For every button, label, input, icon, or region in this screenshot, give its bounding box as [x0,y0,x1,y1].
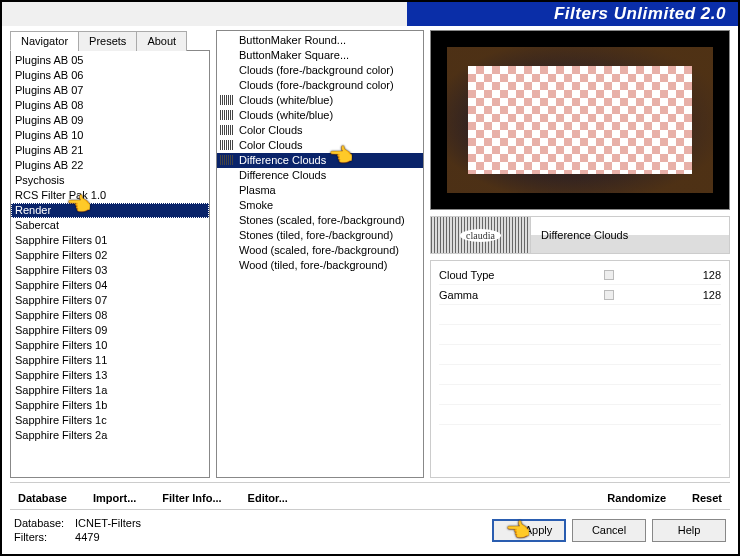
navigator-item[interactable]: Plugins AB 09 [11,113,209,128]
navigator-item[interactable]: Plugins AB 22 [11,158,209,173]
filter-item[interactable]: Smoke [217,198,423,213]
navigator-item[interactable]: Sapphire Filters 1b [11,398,209,413]
navigator-item[interactable]: Sapphire Filters 10 [11,338,209,353]
navigator-item[interactable]: Sapphire Filters 01 [11,233,209,248]
navigator-item[interactable]: RCS Filter Pak 1.0 [11,188,209,203]
filter-item-label: Difference Clouds [239,154,326,166]
upper-panels: Navigator Presets About Plugins AB 05Plu… [10,30,730,478]
slider-thumb[interactable] [604,290,614,300]
filter-item-label: Wood (scaled, fore-/background) [239,244,399,256]
filter-item-label: ButtonMaker Square... [239,49,349,61]
author-logo: claudia [431,217,531,253]
filter-item[interactable]: Difference Clouds [217,168,423,183]
filter-item[interactable]: Difference Clouds👉 [217,153,423,168]
navigator-item[interactable]: Sapphire Filters 11 [11,353,209,368]
filter-item-label: ButtonMaker Round... [239,34,346,46]
filter-item[interactable]: Stones (tiled, fore-/background) [217,228,423,243]
cancel-button[interactable]: Cancel [572,519,646,542]
preview-frame [447,47,713,193]
help-button[interactable]: Help [652,519,726,542]
filter-gradient-icon [220,140,234,150]
database-button[interactable]: Database [14,489,71,507]
footer-info: Database: ICNET-Filters Filters: 4479 [14,516,141,544]
database-label: Database: [14,516,72,530]
navigator-item[interactable]: Sapphire Filters 1c [11,413,209,428]
filter-item-label: Color Clouds [239,124,303,136]
filter-item[interactable]: Color Clouds [217,138,423,153]
navigator-item[interactable]: Sapphire Filters 02 [11,248,209,263]
navigator-item[interactable]: Sapphire Filters 2a [11,428,209,443]
navigator-panel: Navigator Presets About Plugins AB 05Plu… [10,30,210,478]
filter-item-label: Clouds (fore-/background color) [239,64,394,76]
navigator-item[interactable]: Sapphire Filters 09 [11,323,209,338]
navigator-item[interactable]: Plugins AB 06 [11,68,209,83]
param-slider[interactable] [529,288,689,302]
preview-checker [468,66,691,174]
navigator-item[interactable]: Render👉 [11,203,209,218]
tab-about[interactable]: About [136,31,187,51]
reset-button[interactable]: Reset [688,489,726,507]
navigator-item[interactable]: Sapphire Filters 08 [11,308,209,323]
filter-item[interactable]: Clouds (white/blue) [217,108,423,123]
navigator-item[interactable]: Plugins AB 05 [11,53,209,68]
navigator-item[interactable]: Sabercat [11,218,209,233]
filter-item[interactable]: Plasma [217,183,423,198]
filter-item-label: Smoke [239,199,273,211]
app-window: Filters Unlimited 2.0 Navigator Presets … [0,0,740,556]
filter-item-label: Clouds (fore-/background color) [239,79,394,91]
filters-count-label: Filters: [14,530,72,544]
tab-navigator[interactable]: Navigator [10,31,79,51]
randomize-button[interactable]: Randomize [603,489,670,507]
filter-item-label: Wood (tiled, fore-/background) [239,259,387,271]
preview-image [430,30,730,210]
filter-item-label: Stones (scaled, fore-/background) [239,214,405,226]
author-logo-text: claudia [460,229,501,242]
navigator-item[interactable]: Plugins AB 07 [11,83,209,98]
filter-item[interactable]: Wood (scaled, fore-/background) [217,243,423,258]
filter-item[interactable]: Color Clouds [217,123,423,138]
filter-item[interactable]: Clouds (white/blue) [217,93,423,108]
navigator-list[interactable]: Plugins AB 05Plugins AB 06Plugins AB 07P… [10,50,210,478]
filter-item[interactable]: Clouds (fore-/background color) [217,63,423,78]
import-button[interactable]: Import... [89,489,140,507]
titlebar: Filters Unlimited 2.0 [2,2,738,26]
filter-item[interactable]: ButtonMaker Round... [217,33,423,48]
param-row-empty [439,345,721,365]
filter-gradient-icon [220,155,234,165]
filter-item[interactable]: Stones (scaled, fore-/background) [217,213,423,228]
param-row-empty [439,385,721,405]
navigator-item[interactable]: Plugins AB 08 [11,98,209,113]
navigator-item[interactable]: Sapphire Filters 07 [11,293,209,308]
apply-button[interactable]: 👉 Apply [492,519,566,542]
param-value: 128 [689,289,721,301]
param-slider[interactable] [529,268,689,282]
editor-button[interactable]: Editor... [244,489,292,507]
filter-item[interactable]: Wood (tiled, fore-/background) [217,258,423,273]
navigator-item[interactable]: Plugins AB 10 [11,128,209,143]
navigator-item[interactable]: Sapphire Filters 03 [11,263,209,278]
navigator-item[interactable]: Sapphire Filters 04 [11,278,209,293]
filter-item[interactable]: Clouds (fore-/background color) [217,78,423,93]
param-row-empty [439,325,721,345]
selected-filter-name: Difference Clouds [531,217,729,253]
param-row-empty [439,405,721,425]
filters-count-value: 4479 [75,531,99,543]
navigator-item[interactable]: Plugins AB 21 [11,143,209,158]
param-row: Gamma128 [439,285,721,305]
filter-item-label: Clouds (white/blue) [239,94,333,106]
app-title: Filters Unlimited 2.0 [554,4,726,24]
tab-presets[interactable]: Presets [78,31,137,51]
content-area: Navigator Presets About Plugins AB 05Plu… [2,26,738,554]
database-value: ICNET-Filters [75,517,141,529]
navigator-item[interactable]: Sapphire Filters 1a [11,383,209,398]
slider-thumb[interactable] [604,270,614,280]
filter-gradient-icon [220,95,234,105]
command-row: Database Import... Filter Info... Editor… [10,482,730,509]
filter-gradient-icon [220,110,234,120]
filter-item[interactable]: ButtonMaker Square... [217,48,423,63]
filter-list[interactable]: ButtonMaker Round...ButtonMaker Square..… [216,30,424,478]
filter-info-button[interactable]: Filter Info... [158,489,225,507]
navigator-item[interactable]: Sapphire Filters 13 [11,368,209,383]
filter-item-label: Stones (tiled, fore-/background) [239,229,393,241]
navigator-item[interactable]: Psychosis [11,173,209,188]
